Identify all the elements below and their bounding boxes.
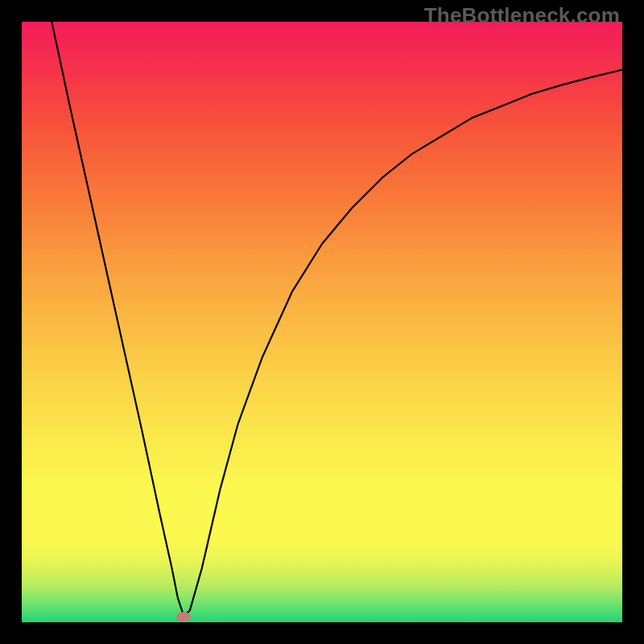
chart-container: TheBottleneck.com — [0, 0, 644, 644]
optimal-point-marker — [176, 612, 191, 621]
plot-area — [22, 22, 622, 622]
bottleneck-curve — [22, 22, 622, 622]
